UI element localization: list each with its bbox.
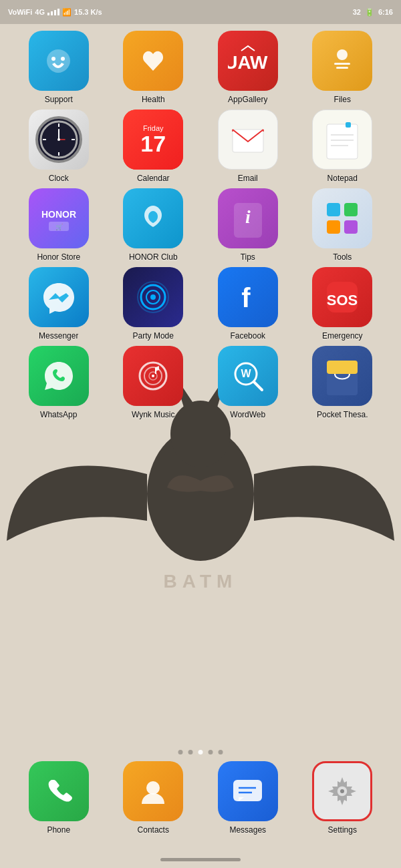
tools-label: Tools (333, 252, 352, 262)
page-dot-4[interactable] (209, 750, 213, 754)
app-appgallery[interactable]: HUAWEI AppGallery (203, 31, 293, 104)
status-right: 32 🔋 6:16 (353, 8, 393, 17)
svg-rect-32 (344, 203, 358, 216)
svg-text:SOS: SOS (327, 292, 358, 308)
messenger-label: Messenger (39, 331, 78, 341)
page-dot-1[interactable] (178, 750, 183, 754)
svg-rect-34 (344, 220, 358, 234)
status-bar: VoWiFi 4G 📶 15.3 K/s 32 🔋 6:16 (0, 0, 401, 24)
appgallery-icon: HUAWEI (218, 31, 278, 91)
app-wordweb[interactable]: W WordWeb (203, 346, 293, 419)
calendar-icon: Friday 17 (123, 110, 183, 170)
app-honor-store[interactable]: HONOR 🛒 Honor Store (13, 188, 104, 262)
app-wynk[interactable]: Wynk Music (108, 346, 199, 419)
page-dot-5[interactable] (219, 750, 223, 754)
svg-text:f: f (241, 283, 251, 312)
dock-phone[interactable]: Phone (13, 761, 104, 835)
phone-label: Phone (47, 825, 70, 835)
svg-text:HUAWEI: HUAWEI (228, 52, 268, 73)
whatsapp-icon (29, 346, 89, 406)
tips-icon: i (218, 188, 278, 248)
app-emergency[interactable]: SOS Emergency (297, 267, 388, 341)
svg-point-7 (337, 49, 348, 60)
svg-text:HONOR: HONOR (41, 209, 76, 220)
clock-label: Clock (49, 174, 69, 183)
svg-point-45 (152, 375, 154, 377)
messenger-icon (29, 267, 89, 327)
svg-rect-8 (334, 63, 350, 65)
honor-club-icon (123, 188, 183, 248)
carrier-label: VoWiFi (8, 8, 32, 16)
facebook-icon: f (218, 267, 278, 327)
app-pocket[interactable]: Pocket Thesa. (297, 346, 388, 419)
signal-bar-4 (57, 9, 59, 15)
pocket-label: Pocket Thesa. (317, 410, 368, 419)
page-dot-2[interactable] (188, 750, 193, 754)
support-icon (29, 31, 89, 91)
svg-point-58 (340, 789, 344, 793)
email-icon (218, 110, 278, 170)
svg-rect-51 (327, 361, 358, 374)
app-whatsapp[interactable]: WhatsApp (13, 346, 104, 419)
files-label: Files (334, 95, 351, 104)
facebook-label: Facebook (230, 331, 265, 341)
svg-rect-9 (336, 67, 348, 69)
emergency-icon: SOS (312, 267, 372, 327)
app-honor-club[interactable]: HONOR Club (108, 188, 199, 262)
svg-rect-22 (346, 122, 351, 128)
svg-rect-31 (327, 203, 340, 216)
svg-point-52 (146, 781, 160, 795)
wynk-icon (123, 346, 183, 406)
signal-bar-2 (51, 11, 53, 15)
health-icon (123, 31, 183, 91)
wifi-icon: 📶 (62, 8, 72, 17)
app-facebook[interactable]: f Facebook (203, 267, 293, 341)
dock: Phone Contacts Messages (13, 761, 388, 835)
app-party-mode[interactable]: Party Mode (108, 267, 199, 341)
tools-icon (312, 188, 372, 248)
svg-line-48 (254, 382, 262, 390)
calendar-label: Calendar (137, 174, 170, 183)
app-messenger[interactable]: Messenger (13, 267, 104, 341)
appgallery-label: AppGallery (228, 95, 267, 104)
app-clock[interactable]: Clock (13, 110, 104, 183)
network-type: 4G (35, 8, 45, 16)
settings-icon (312, 761, 372, 821)
svg-text:🛒: 🛒 (55, 223, 63, 231)
app-health[interactable]: Health (108, 31, 199, 104)
email-label: Email (238, 174, 258, 183)
cal-date: 17 (140, 132, 166, 155)
wynk-label: Wynk Music (132, 410, 175, 419)
whatsapp-label: WhatsApp (40, 410, 77, 419)
contacts-label: Contacts (138, 825, 169, 835)
health-label: Health (142, 95, 165, 104)
dock-contacts[interactable]: Contacts (108, 761, 199, 835)
notepad-icon (312, 110, 372, 170)
signal-bars (47, 9, 59, 15)
app-email[interactable]: Email (203, 110, 293, 183)
app-tips[interactable]: i Tips (203, 188, 293, 262)
app-support[interactable]: Support (13, 31, 104, 104)
files-icon (312, 31, 372, 91)
svg-text:BATM: BATM (164, 571, 238, 592)
home-indicator[interactable] (160, 858, 241, 861)
tips-label: Tips (241, 252, 255, 262)
honor-store-icon: HONOR 🛒 (29, 188, 89, 248)
messages-icon (218, 761, 278, 821)
dock-settings[interactable]: Settings (297, 761, 388, 835)
svg-text:W: W (241, 368, 251, 379)
pocket-icon (312, 346, 372, 406)
status-left: VoWiFi 4G 📶 15.3 K/s (8, 8, 102, 17)
honor-club-label: HONOR Club (129, 252, 178, 262)
dock-messages[interactable]: Messages (203, 761, 293, 835)
app-notepad[interactable]: Notepad (297, 110, 388, 183)
page-dot-3-active[interactable] (198, 750, 203, 754)
support-label: Support (45, 95, 73, 104)
app-files[interactable]: Files (297, 31, 388, 104)
speed-label: 15.3 K/s (74, 8, 102, 16)
app-calendar[interactable]: Friday 17 Calendar (108, 110, 199, 183)
svg-text:i: i (245, 206, 251, 227)
party-mode-icon (123, 267, 183, 327)
app-tools[interactable]: Tools (297, 188, 388, 262)
page-dots (178, 750, 223, 754)
